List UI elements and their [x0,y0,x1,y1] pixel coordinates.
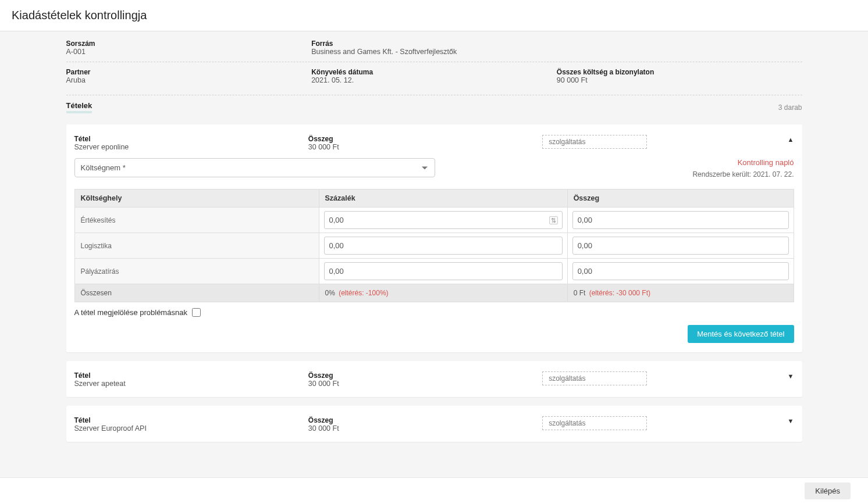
percent-input[interactable] [324,237,563,255]
problem-checkbox[interactable] [192,308,201,317]
document-meta: Sorszám A-001 Forrás Business and Games … [66,31,802,95]
table-row: Értékesítés⇅ [74,208,794,233]
collapse-icon[interactable]: ▲ [788,136,794,143]
item-card-collapsed: Tétel Szerver Europroof API Összeg 30 00… [66,406,802,442]
item-name-label: Tétel [74,416,308,424]
col-header-place: Költséghely [74,190,319,208]
item-name-value: Szerver eponline [74,143,308,151]
service-tag: szolgáltatás [542,135,647,149]
cost-place-label: Pályázatírás [74,259,319,284]
items-count: 3 darab [778,103,802,112]
exit-button[interactable]: Kilépés [805,482,851,499]
item-card-collapsed: Tétel Szerver apeteat Összeg 30 000 Ft s… [66,361,802,397]
problem-label: A tétel megjelölése problémásnak [74,308,187,317]
total-cost-value: 90 000 Ft [557,76,802,84]
item-amount-label: Összeg [308,135,542,143]
booking-date-value: 2021. 05. 12. [311,76,557,84]
totals-label: Összesen [74,284,319,302]
cost-type-select[interactable]: Költségnem * [74,158,435,177]
col-header-percent: Százalék [319,190,567,208]
item-name-label: Tétel [74,371,308,380]
expand-icon[interactable]: ▼ [788,417,794,424]
page-title: Kiadástételek kontrollingja [12,9,856,22]
totals-amount: 0 Ft (eltérés: -30 000 Ft) [567,284,794,302]
percent-deviation: (eltérés: -100%) [339,289,388,297]
expand-icon[interactable]: ▼ [788,373,794,380]
amount-deviation: (eltérés: -30 000 Ft) [589,289,650,297]
booking-date-label: Könyvelés dátuma [311,68,557,76]
amount-input[interactable] [572,211,789,229]
system-entry-date: Rendszerbe került: 2021. 07. 22. [692,170,794,178]
cost-place-label: Logisztika [74,233,319,259]
table-row: Pályázatírás [74,259,794,284]
totals-percent: 0% (eltérés: -100%) [319,284,567,302]
items-section-title: Tételek [66,101,93,113]
save-next-button[interactable]: Mentés és következő tétel [688,325,794,343]
percent-input[interactable] [324,262,563,280]
amount-input[interactable] [572,262,789,280]
col-header-amount: Összeg [567,190,794,208]
amount-input[interactable] [572,237,789,255]
serial-value: A-001 [66,48,312,56]
items-section-header: Tételek 3 darab [66,95,802,116]
item-name-value: Szerver Europroof API [74,424,308,432]
page-header: Kiadástételek kontrollingja [0,0,868,31]
service-tag: szolgáltatás [542,371,647,385]
item-amount-value: 30 000 Ft [308,380,542,388]
controlling-log-link[interactable]: Kontrolling napló [692,158,794,167]
cost-place-label: Értékesítés [74,208,319,233]
source-label: Forrás [311,40,557,48]
total-cost-label: Összes költség a bizonylaton [557,68,802,76]
percent-input[interactable] [324,211,563,229]
serial-label: Sorszám [66,40,312,48]
service-tag: szolgáltatás [542,416,647,430]
item-name-label: Tétel [74,135,308,143]
stepper-icon[interactable]: ⇅ [549,216,558,224]
item-amount-label: Összeg [308,371,542,380]
footer-bar: Kilépés [0,477,868,504]
table-row: Logisztika [74,233,794,259]
item-card-expanded: Tétel Szerver eponline Összeg 30 000 Ft … [66,124,802,352]
allocation-table: Költséghely Százalék Összeg Értékesítés⇅… [74,189,794,302]
item-amount-value: 30 000 Ft [308,143,542,151]
item-amount-value: 30 000 Ft [308,424,542,432]
partner-label: Partner [66,68,312,76]
partner-value: Aruba [66,76,312,84]
item-name-value: Szerver apeteat [74,380,308,388]
source-value: Business and Games Kft. - Szoftverfejles… [311,48,557,56]
item-amount-label: Összeg [308,416,542,424]
